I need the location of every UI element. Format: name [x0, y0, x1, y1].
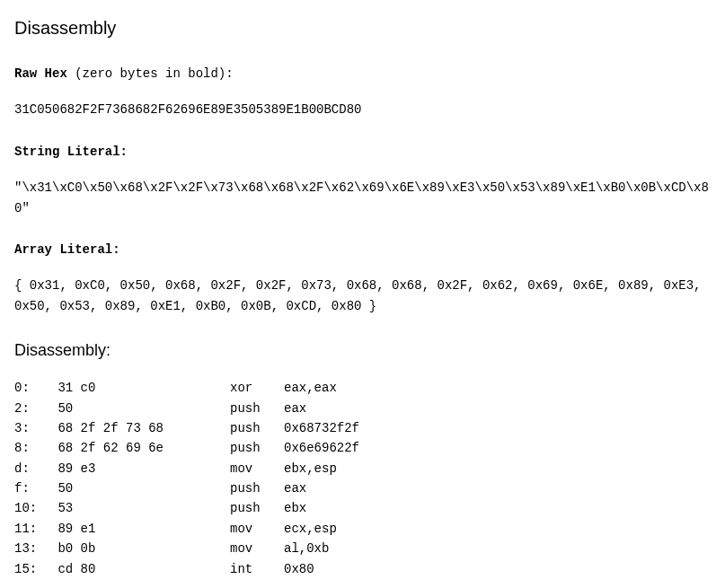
- disasm-mnemonic: push: [230, 478, 284, 498]
- disasm-mnemonic: mov: [230, 519, 284, 539]
- disasm-bytes: cd 80: [50, 559, 230, 579]
- disasm-offset: d:: [14, 459, 50, 478]
- disasm-mnemonic: mov: [230, 459, 284, 478]
- array-literal-value: { 0x31, 0xC0, 0x50, 0x68, 0x2F, 0x2F, 0x…: [14, 276, 711, 316]
- disasm-bytes: 89 e1: [50, 519, 230, 539]
- disasm-operands: 0x80: [284, 559, 359, 579]
- disasm-bytes: 50: [50, 478, 230, 498]
- disasm-offset: 15:: [14, 559, 50, 579]
- disasm-operands: eax: [284, 399, 359, 418]
- disasm-bytes: 31 c0: [50, 378, 230, 398]
- disasm-row: f: 50pusheax: [14, 478, 359, 498]
- disasm-offset: 2:: [14, 399, 50, 418]
- disasm-operands: 0x6e69622f: [284, 438, 359, 458]
- disasm-offset: 10:: [14, 498, 50, 518]
- disasm-bytes: 89 e3: [50, 459, 230, 478]
- disassembly-label: Disassembly:: [14, 341, 711, 360]
- disasm-operands: 0x68732f2f: [284, 418, 359, 438]
- disasm-mnemonic: push: [230, 438, 284, 458]
- disasm-row: 3: 68 2f 2f 73 68push0x68732f2f: [14, 418, 359, 438]
- disasm-bytes: b0 0b: [50, 539, 230, 558]
- disasm-offset: 11:: [14, 519, 50, 539]
- disasm-row: d: 89 e3movebx,esp: [14, 459, 359, 478]
- disasm-operands: ebx,esp: [284, 459, 359, 478]
- disasm-mnemonic: push: [230, 399, 284, 418]
- disasm-offset: f:: [14, 478, 50, 498]
- disasm-operands: al,0xb: [284, 539, 359, 558]
- disasm-row: 2: 50pusheax: [14, 399, 359, 418]
- disasm-bytes: 68 2f 62 69 6e: [50, 438, 230, 458]
- disasm-mnemonic: push: [230, 418, 284, 438]
- disasm-operands: eax,eax: [284, 378, 359, 398]
- disassembly-table: 0: 31 c0xoreax,eax2: 50pusheax3: 68 2f 2…: [14, 378, 359, 579]
- disasm-row: 11: 89 e1movecx,esp: [14, 519, 359, 539]
- disasm-operands: eax: [284, 478, 359, 498]
- disasm-offset: 8:: [14, 438, 50, 458]
- disasm-row: 0: 31 c0xoreax,eax: [14, 378, 359, 398]
- disasm-offset: 0:: [14, 378, 50, 398]
- disasm-bytes: 50: [50, 399, 230, 418]
- disasm-mnemonic: int: [230, 559, 284, 579]
- string-literal-label: String Literal:: [14, 142, 711, 162]
- disasm-operands: ecx,esp: [284, 519, 359, 539]
- raw-hex-label-line: Raw Hex (zero bytes in bold):: [14, 64, 711, 83]
- disasm-row: 13: b0 0bmoval,0xb: [14, 539, 359, 558]
- disasm-mnemonic: xor: [230, 378, 284, 398]
- disasm-bytes: 53: [50, 498, 230, 518]
- raw-hex-suffix: (zero bytes in bold):: [67, 66, 234, 81]
- raw-hex-label: Raw Hex: [14, 66, 67, 81]
- disasm-offset: 13:: [14, 539, 50, 558]
- disasm-bytes: 68 2f 2f 73 68: [50, 418, 230, 438]
- page-title: Disassembly: [14, 18, 711, 39]
- disasm-offset: 3:: [14, 418, 50, 438]
- disasm-row: 10: 53pushebx: [14, 498, 359, 518]
- disasm-row: 15: cd 80int0x80: [14, 559, 359, 579]
- array-literal-label: Array Literal:: [14, 240, 711, 259]
- raw-hex-value: 31C050682F2F7368682F62696E89E3505389E1B0…: [14, 100, 711, 119]
- disasm-row: 8: 68 2f 62 69 6epush0x6e69622f: [14, 438, 359, 458]
- disasm-mnemonic: push: [230, 498, 284, 518]
- disasm-operands: ebx: [284, 498, 359, 518]
- string-literal-value: "\x31\xC0\x50\x68\x2F\x2F\x73\x68\x68\x2…: [14, 178, 711, 218]
- disasm-mnemonic: mov: [230, 539, 284, 558]
